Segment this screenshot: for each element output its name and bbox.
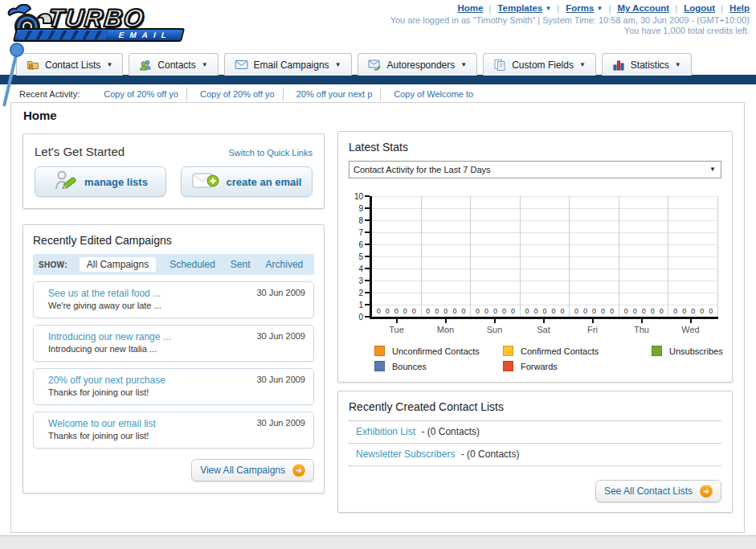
utility-nav-link[interactable]: Home: [457, 3, 483, 13]
campaign-card[interactable]: 20% off your next purchase Thanks for jo…: [33, 368, 314, 405]
legend-label: Forwards: [521, 362, 558, 371]
chart-day-group: 00000: [471, 196, 521, 317]
campaign-filter-tab[interactable]: All Campaigns: [80, 257, 156, 272]
separator: |: [557, 3, 559, 13]
chart-value-label: 0: [394, 307, 398, 315]
create-email-button[interactable]: create an email: [181, 166, 313, 197]
y-tick-mark: [365, 280, 370, 281]
recent-activity-item[interactable]: 20% off your next p: [283, 88, 381, 100]
x-tick-mark: [494, 319, 496, 323]
main-nav-tab[interactable]: Statistics ▼: [602, 53, 692, 76]
chevron-down-icon: ▼: [675, 61, 681, 68]
campaign-card[interactable]: Welcome to our email list Thanks for joi…: [33, 412, 314, 449]
chart-value-labels: 00000: [471, 307, 520, 315]
chart-value-label: 0: [386, 307, 390, 315]
chart-value-label: 0: [583, 307, 587, 315]
campaign-filters: All Campaigns Scheduled Sent Archived: [80, 257, 304, 272]
chart-value-label: 0: [484, 307, 488, 315]
main-nav-tab[interactable]: Contacts ▼: [129, 53, 218, 76]
campaign-title-link[interactable]: Introducing our new range ...: [48, 330, 171, 343]
y-tick-label: 4: [358, 264, 363, 273]
contact-list-row[interactable]: Exhibition List - (0 Contacts): [349, 421, 721, 444]
chart-value-label: 0: [642, 307, 646, 315]
main-nav-tab[interactable]: Email Campaigns ▼: [224, 53, 352, 76]
main-nav-tab-label: Contact Lists: [45, 59, 100, 71]
legend-swatch: [652, 346, 662, 356]
main-nav-tab[interactable]: Autoresponders ▼: [358, 53, 478, 76]
chart-value-label: 0: [543, 307, 547, 315]
campaign-filter-tab[interactable]: Scheduled: [168, 257, 217, 272]
campaign-list: See us at the retail food ... We're givi…: [33, 281, 314, 449]
separator: |: [675, 3, 677, 13]
contact-activity-chart: 012345678910 000000000000000000000000000…: [349, 196, 721, 371]
legend-swatch: [374, 361, 385, 371]
x-axis-category: Mon: [421, 319, 470, 334]
chart-value-label: 0: [525, 307, 529, 315]
utility-nav-link[interactable]: Logout: [684, 3, 715, 13]
campaign-date: 30 Jun 2009: [256, 331, 305, 341]
chart-day-group: 00000: [668, 196, 718, 317]
chart-value-label: 0: [461, 307, 465, 315]
chart-value-label: 0: [601, 307, 605, 315]
contacts-icon: [139, 59, 152, 72]
utility-nav-link[interactable]: Templates: [497, 3, 542, 13]
contact-list-row[interactable]: Newsletter Subscribers - (0 Contacts): [349, 444, 721, 466]
contact-list-link[interactable]: Newsletter Subscribers: [356, 449, 455, 460]
x-axis-category: Sat: [519, 319, 568, 334]
campaign-filter-tab[interactable]: Archived: [264, 257, 305, 272]
manage-lists-button[interactable]: manage lists: [35, 166, 166, 197]
chart-value-label: 0: [426, 307, 430, 315]
view-all-campaigns-button[interactable]: View All Campaigns ➜: [191, 459, 314, 481]
recent-activity-item[interactable]: Copy of 20% off yo: [91, 88, 186, 100]
chart-value-label: 0: [476, 307, 480, 315]
see-all-contact-lists-button[interactable]: See All Contact Lists ➜: [595, 480, 721, 502]
campaign-title-link[interactable]: Welcome to our email list: [48, 417, 156, 430]
contact-list-rows: Exhibition List - (0 Contacts) Newslette…: [349, 421, 721, 466]
utility-nav-link[interactable]: My Account: [617, 3, 669, 13]
x-tick-label: Fri: [568, 325, 617, 334]
chart-legend: Unconfirmed ContactsConfirmed ContactsUn…: [374, 346, 718, 371]
campaign-card[interactable]: See us at the retail food ... We're givi…: [33, 281, 314, 318]
campaign-date: 30 Jun 2009: [256, 418, 305, 428]
legend-swatch: [374, 346, 385, 356]
x-tick-mark: [445, 319, 447, 323]
brand-bar: EMAIL: [13, 28, 185, 42]
campaign-filter-tab[interactable]: Sent: [229, 257, 252, 272]
campaign-subtitle: Thanks for joining our list!: [48, 387, 166, 399]
chart-value-labels: 00000: [521, 307, 570, 315]
campaign-card[interactable]: Introducing our new range ... Introducin…: [33, 325, 314, 362]
autoresponders-icon: [368, 59, 382, 71]
legend-swatch: [503, 361, 513, 371]
switch-quick-links-link[interactable]: Switch to Quick Links: [228, 148, 313, 158]
contact-list-count: - (0 Contacts): [421, 426, 480, 437]
x-axis-category: Thu: [617, 319, 666, 334]
x-tick-mark: [690, 319, 692, 323]
page-title: Home: [23, 109, 57, 122]
main-nav-tab[interactable]: Custom Fields ▼: [483, 53, 596, 76]
contact-list-link[interactable]: Exhibition List: [356, 426, 415, 437]
campaign-title-link[interactable]: See us at the retail food ...: [48, 287, 161, 300]
stats-period-select[interactable]: Contact Activity for the Last 7 Days: [349, 161, 721, 178]
chart-plot-area: 00000000000000000000000000000000000: [370, 196, 718, 319]
chart-value-label: 0: [443, 307, 447, 315]
utility-nav-link[interactable]: Help: [729, 3, 750, 13]
x-axis-category: Tue: [372, 319, 421, 334]
contact-list-count: - (0 Contacts): [461, 449, 520, 460]
recent-activity-item[interactable]: Copy of Welcome to: [380, 88, 481, 100]
campaign-title-link[interactable]: 20% off your next purchase: [48, 374, 166, 387]
chart-value-label: 0: [552, 307, 556, 315]
chevron-down-icon: ▼: [460, 61, 467, 68]
recent-activity-link: Copy of 20% off yo: [200, 89, 275, 99]
y-tick-mark: [365, 304, 370, 305]
chart-value-label: 0: [377, 307, 381, 315]
y-tick-mark: [365, 195, 370, 197]
y-tick-label: 2: [358, 289, 363, 297]
legend-label: Confirmed Contacts: [521, 346, 599, 356]
utility-nav-link[interactable]: Forms: [566, 3, 594, 13]
recent-activity-item[interactable]: Copy of 20% off yo: [186, 88, 283, 100]
campaigns-panel: Recently Edited Campaigns SHOW: All Camp…: [22, 224, 325, 494]
chart-value-label: 0: [511, 307, 515, 315]
manage-lists-label: manage lists: [84, 176, 148, 188]
main-nav-tab-label: Email Campaigns: [254, 59, 329, 71]
main-nav-tab[interactable]: Contact Lists ▼: [16, 53, 123, 76]
